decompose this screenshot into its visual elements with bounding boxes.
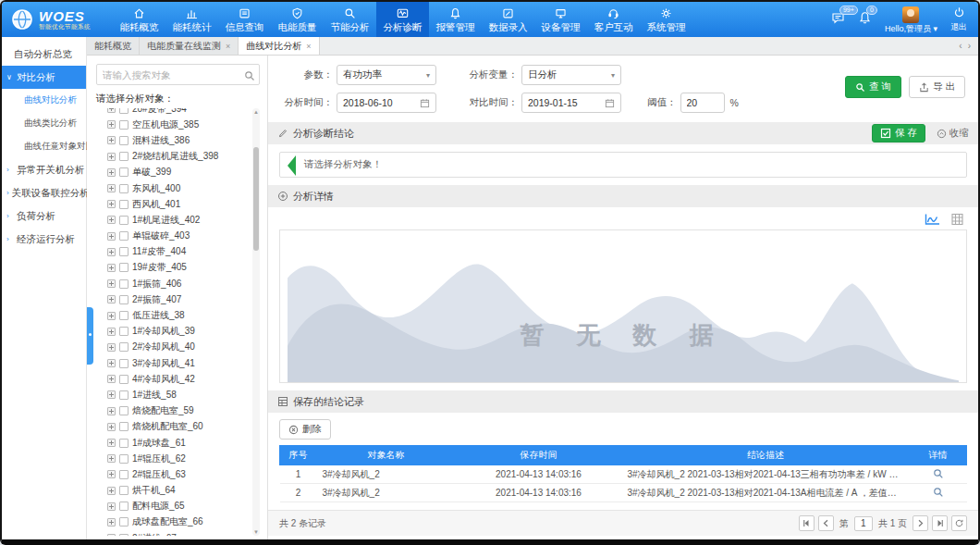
nav-item-stats[interactable]: 能耗统计 — [165, 2, 218, 37]
expand-icon[interactable] — [107, 153, 116, 161]
tree-item[interactable]: 1#成球盘_61 — [96, 435, 251, 451]
tree-item[interactable]: 成球盘配电室_66 — [96, 514, 251, 530]
expand-icon[interactable] — [107, 120, 116, 129]
expand-icon[interactable] — [107, 502, 116, 511]
nav-item-info[interactable]: 信息查询 — [218, 2, 271, 37]
user-menu[interactable]: Hello,管理员 ▾ — [885, 6, 937, 33]
logout-button[interactable]: 退出 — [950, 6, 967, 33]
save-button[interactable]: 保 存 — [872, 124, 925, 142]
tree-checkbox[interactable] — [119, 342, 129, 352]
expand-icon[interactable] — [107, 343, 116, 352]
tree-checkbox[interactable] — [119, 375, 129, 384]
expand-icon[interactable] — [107, 168, 116, 177]
compare-time-input[interactable]: 2019-01-15 — [521, 93, 621, 113]
next-page-button[interactable] — [913, 515, 928, 531]
row-detail-button[interactable] — [933, 471, 944, 481]
expand-icon[interactable] — [107, 359, 116, 367]
tree-checkbox[interactable] — [119, 359, 129, 368]
query-button[interactable]: 查 询 — [845, 76, 901, 98]
table-view-toggle[interactable] — [949, 213, 965, 226]
expand-icon[interactable] — [107, 295, 116, 303]
tree-checkbox[interactable] — [119, 231, 129, 241]
expand-icon[interactable] — [107, 108, 116, 113]
messages-button[interactable]: 99+ — [831, 11, 845, 29]
tab-close-icon[interactable]: × — [306, 42, 311, 51]
tree-checkbox[interactable] — [119, 454, 129, 464]
tree-checkbox[interactable] — [119, 486, 129, 495]
tree-item[interactable]: 20#皮带_394 — [96, 108, 251, 117]
tree-item[interactable]: 3#冷却风机_41 — [96, 355, 251, 371]
tree-checkbox[interactable] — [119, 422, 129, 431]
sidebar-item[interactable]: 曲线对比分析 — [2, 89, 86, 112]
tree-item[interactable]: 1#振筛_406 — [96, 276, 251, 291]
nav-item-system[interactable]: 系统管理 — [640, 2, 692, 37]
tree-checkbox[interactable] — [119, 517, 129, 526]
analysis-time-input[interactable]: 2018-06-10 — [337, 93, 436, 113]
notifications-button[interactable]: 0 — [858, 11, 872, 29]
expand-icon[interactable] — [107, 407, 116, 415]
sidebar-item[interactable]: ›负荷分析 — [2, 204, 86, 228]
nav-item-alarm[interactable]: 报警管理 — [429, 2, 482, 37]
tree-checkbox[interactable] — [119, 216, 129, 225]
expand-icon[interactable] — [107, 232, 116, 241]
refresh-button[interactable] — [951, 515, 967, 531]
tree-item[interactable]: 11#皮带_404 — [96, 244, 251, 260]
sidebar-item[interactable]: 曲线任意对象对比 — [2, 135, 86, 158]
tree-item[interactable]: 单破_399 — [96, 165, 251, 180]
tree-checkbox[interactable] — [119, 502, 129, 511]
scroll-up-icon[interactable]: ▲ — [253, 109, 259, 115]
expand-icon[interactable] — [107, 200, 116, 208]
nav-item-device[interactable]: 设备管理 — [534, 2, 587, 37]
tree-item[interactable]: 1#辊压机_62 — [96, 451, 251, 466]
tab-item[interactable]: 电能质量在线监测× — [140, 37, 239, 55]
tree-item[interactable]: 混料进线_386 — [96, 132, 251, 148]
tree-checkbox[interactable] — [119, 120, 129, 130]
sidebar-item[interactable]: ›异常开关机分析 — [2, 158, 86, 181]
scroll-down-icon[interactable]: ▼ — [253, 529, 259, 535]
expand-icon[interactable] — [107, 136, 116, 144]
expand-icon[interactable] — [107, 423, 116, 431]
expand-icon[interactable] — [107, 184, 116, 192]
tab-scroll-left-icon[interactable]: ‹ — [959, 41, 962, 51]
tree-item[interactable]: 1#冷却风机_39 — [96, 324, 251, 340]
tree-item[interactable]: 2#辊压机_63 — [96, 466, 251, 482]
tree-checkbox[interactable] — [119, 263, 129, 272]
tree-item[interactable]: 空压机电源_385 — [96, 117, 251, 132]
expand-icon[interactable] — [107, 312, 116, 320]
expand-icon[interactable] — [107, 328, 116, 336]
expand-icon[interactable] — [107, 439, 116, 447]
tree-scrollbar[interactable]: ▲ ▼ — [252, 108, 260, 536]
tree-item[interactable]: 单辊破碎_403 — [96, 229, 251, 244]
first-page-button[interactable] — [799, 515, 815, 531]
last-page-button[interactable] — [932, 515, 948, 531]
tree-checkbox[interactable] — [119, 390, 129, 400]
tree-item[interactable]: 东风机_400 — [96, 180, 251, 196]
expand-icon[interactable] — [107, 390, 116, 399]
delete-button[interactable]: 删除 — [279, 419, 331, 440]
tree-checkbox[interactable] — [119, 534, 129, 536]
tree-item[interactable]: 低压进线_38 — [96, 307, 251, 323]
variable-select[interactable]: 日分析 ▾ — [521, 65, 621, 85]
tree-item[interactable]: 2#进线_67 — [96, 530, 251, 536]
page-input[interactable] — [854, 516, 873, 531]
expand-icon[interactable] — [107, 216, 116, 224]
tab-scroll-right-icon[interactable]: › — [968, 41, 971, 51]
expand-icon[interactable] — [107, 279, 116, 288]
nav-item-analysis[interactable]: 节能分析 — [324, 2, 376, 37]
expand-icon[interactable] — [107, 487, 116, 495]
tree-item[interactable]: 2#振筛_407 — [96, 291, 251, 307]
expand-icon[interactable] — [107, 454, 116, 463]
tree-checkbox[interactable] — [119, 247, 129, 256]
row-detail-button[interactable] — [933, 489, 944, 500]
search-input[interactable] — [96, 64, 260, 85]
tree-item[interactable]: 配料电源_65 — [96, 499, 251, 514]
prev-page-button[interactable] — [818, 515, 834, 531]
nav-item-entry[interactable]: 数据录入 — [482, 2, 534, 37]
tree-item[interactable]: 2#冷却风机_40 — [96, 340, 251, 355]
expand-icon[interactable] — [107, 470, 116, 478]
sidebar-item[interactable]: ›经济运行分析 — [2, 228, 86, 251]
collapse-button[interactable]: 收缩 — [937, 127, 969, 140]
tree-checkbox[interactable] — [119, 470, 129, 479]
tree-item[interactable]: 西风机_401 — [96, 196, 251, 212]
sidebar-item[interactable]: ∨对比分析 — [2, 66, 86, 89]
